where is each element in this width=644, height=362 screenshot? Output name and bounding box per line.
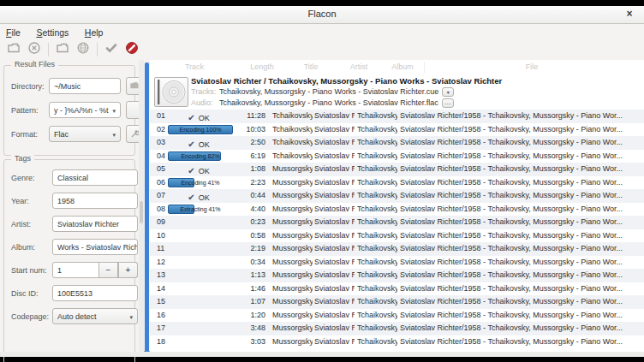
wrench-icon (130, 127, 140, 142)
album-input[interactable]: Works - Sviatoslav Richter (52, 239, 138, 255)
column-album[interactable]: Album (391, 62, 414, 71)
track-album: Tchaikovsky... (357, 176, 397, 190)
left-panel-scrollbar[interactable] (139, 60, 144, 352)
progress-label: Encoding 41% (168, 178, 233, 187)
column-title[interactable]: Title (304, 62, 319, 71)
start-num-minus-button[interactable]: − (98, 262, 118, 278)
toolbar (0, 39, 644, 60)
table-row[interactable]: 11 2:19 Mussorgsky... Sviatoslav R... Tc… (150, 242, 644, 256)
track-file: Sviatoslav Richter/1958 - Tchaikovsky, M… (400, 123, 642, 137)
table-row[interactable]: 18 3:03 Mussorgsky... Sviatoslav R... Tc… (150, 335, 644, 349)
genre-input[interactable]: Classical (52, 169, 138, 186)
track-album: Tchaikovsky... (357, 163, 397, 176)
check-icon: ✔ (188, 166, 194, 175)
column-file[interactable]: File (526, 62, 539, 71)
track-file: Sviatoslav Richter/1958 - Tchaikovsky, M… (400, 110, 642, 123)
table-row[interactable]: 08 Extracting 41% 4:40 Mussorgsky... Svi… (150, 203, 644, 217)
progress-label: Encoding 100% (168, 125, 233, 134)
column-length[interactable]: Length (250, 62, 274, 71)
track-album: Tchaikovsky... (357, 335, 397, 349)
track-album: Tchaikovsky... (357, 189, 397, 203)
table-row[interactable]: 17 3:48 Mussorgsky... Sviatoslav R... Tc… (150, 322, 644, 335)
codepage-combo[interactable]: Auto detect ▾ (52, 308, 138, 324)
start-num-plus-button[interactable]: + (118, 262, 138, 278)
track-length: 0:44 (236, 189, 265, 203)
table-row[interactable]: 16 1:20 Mussorgsky... Sviatoslav R... Tc… (150, 309, 644, 323)
track-album: Tchaikovsky... (357, 123, 397, 137)
table-row[interactable]: 15 1:07 Mussorgsky... Sviatoslav R... Tc… (150, 295, 644, 309)
download-info-button[interactable] (74, 41, 92, 58)
menu-help[interactable]: Help (79, 26, 110, 39)
track-title: Mussorgsky... (272, 282, 313, 296)
table-row[interactable]: 04 Encoding 82% 6:19 Tchaikovsky... Svia… (150, 150, 644, 163)
status-label: OK (199, 167, 210, 175)
track-length: 2:23 (236, 176, 265, 190)
pattern-combo[interactable]: y - }%A/%n - %t ▾ (49, 102, 121, 118)
track-number: 18 (157, 335, 174, 349)
track-album: Tchaikovsky... (357, 309, 397, 323)
add-disc-icon (7, 41, 21, 58)
directory-input[interactable]: ~/Music (49, 78, 121, 94)
close-window-button[interactable]: × (623, 8, 635, 20)
track-number: 09 (157, 216, 174, 229)
window-title: Flacon (0, 9, 644, 19)
track-artist: Sviatoslav R... (314, 176, 355, 190)
table-row[interactable]: 07 ✔OK 0:44 Mussorgsky... Sviatoslav R..… (150, 189, 644, 203)
status-label: OK (199, 140, 210, 149)
artist-input[interactable]: Sviatoslav Richter (52, 216, 138, 232)
year-row: Year: 1958 (9, 193, 131, 211)
column-track[interactable]: Track (185, 62, 204, 71)
track-file: Sviatoslav Richter/1958 - Tchaikovsky, M… (400, 189, 642, 203)
track-title: Tchaikovsky... (272, 136, 313, 150)
album-header-row[interactable]: Sviatoslav Richter / Tchaikovsky, Mussor… (150, 74, 644, 110)
track-length: 4:40 (236, 203, 265, 217)
cue-file-name: Tchaikovsky, Mussorgsky - Piano Works - … (219, 87, 438, 96)
track-artist: Sviatoslav R... (314, 335, 355, 349)
disc-id-input[interactable]: 100E5513 (52, 285, 138, 301)
track-number: 14 (157, 282, 174, 296)
convert-button[interactable] (102, 41, 121, 58)
artist-row: Artist: Sviatoslav Richter (9, 216, 131, 234)
add-disc-button[interactable] (4, 41, 23, 58)
table-row[interactable]: 01 ✔OK 11:28 Tchaikovsky... Sviatoslav R… (150, 110, 644, 123)
audio-browse-button[interactable]: … (442, 98, 454, 108)
menu-file[interactable]: File (0, 26, 27, 39)
table-row[interactable]: 02 Encoding 100% 10:03 Tchaikovsky... Sv… (150, 123, 644, 137)
toolbar-separator (48, 43, 49, 56)
cue-select-button[interactable]: ▾ (442, 87, 454, 97)
remove-disc-icon (27, 41, 41, 58)
table-scrollbar[interactable] (145, 62, 149, 353)
format-combo[interactable]: Flac ▾ (49, 126, 121, 142)
track-file: Sviatoslav Richter/1958 - Tchaikovsky, M… (400, 282, 642, 296)
table-row[interactable]: 09 0:23 Mussorgsky... Sviatoslav R... Tc… (150, 216, 644, 229)
track-length: 6:19 (236, 150, 265, 163)
album-info: Sviatoslav Richter / Tchaikovsky, Mussor… (191, 75, 641, 109)
header-separator (424, 62, 425, 73)
disc-id-label: Disc ID: (11, 289, 39, 298)
screen: Flacon × File Settings Help (0, 0, 644, 362)
menu-settings[interactable]: Settings (30, 26, 75, 39)
track-number: 10 (157, 229, 174, 243)
flacon-window: Flacon × File Settings Help (0, 6, 644, 352)
abort-button[interactable] (122, 41, 141, 58)
track-album: Tchaikovsky... (357, 150, 397, 163)
table-row[interactable]: 03 ✔OK 2:50 Tchaikovsky... Sviatoslav R.… (150, 136, 644, 150)
track-length: 1:08 (236, 163, 265, 176)
year-input[interactable]: 1958 (52, 193, 138, 209)
disc-id-row: Disc ID: 100E5513 (9, 285, 131, 303)
column-artist[interactable]: Artist (350, 62, 368, 71)
track-length: 1:13 (236, 269, 265, 282)
track-length: 3:48 (236, 322, 265, 335)
track-title: Tchaikovsky... (272, 110, 313, 123)
table-row[interactable]: 12 0:34 Mussorgsky... Sviatoslav R... Tc… (150, 256, 644, 270)
table-row[interactable]: 05 ✔OK 1:08 Mussorgsky... Sviatoslav R..… (150, 163, 644, 176)
remove-disc-button[interactable] (25, 41, 44, 58)
table-row[interactable]: 13 1:13 Mussorgsky... Sviatoslav R... Tc… (150, 269, 644, 282)
left-panel-scrollbar-thumb[interactable] (140, 201, 143, 223)
genre-row: Genre: Classical (9, 169, 131, 187)
table-row[interactable]: 10 0:58 Mussorgsky... Sviatoslav R... Tc… (150, 229, 644, 243)
add-folder-button[interactable] (53, 41, 72, 58)
genre-label: Genre: (11, 174, 35, 182)
table-row[interactable]: 06 Encoding 41% 2:23 Mussorgsky... Sviat… (150, 176, 644, 190)
table-row[interactable]: 14 1:46 Mussorgsky... Sviatoslav R... Tc… (150, 282, 644, 296)
